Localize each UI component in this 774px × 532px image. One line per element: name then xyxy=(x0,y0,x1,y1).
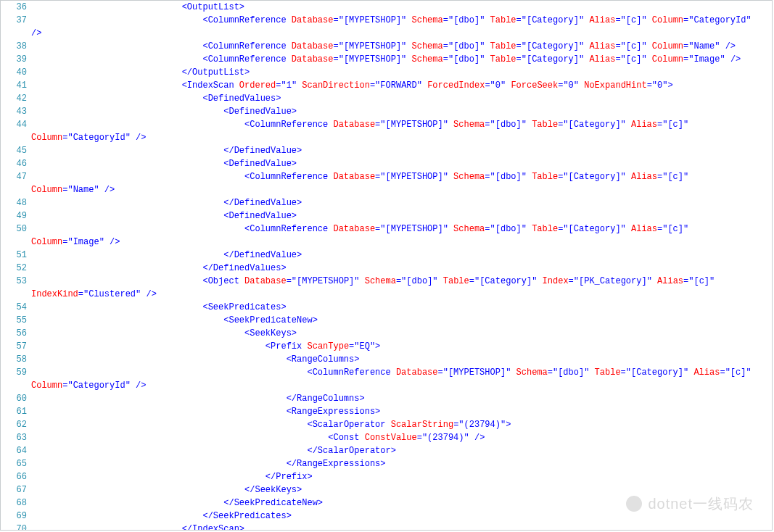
code-token: </SeekKeys> xyxy=(244,485,302,495)
code-token: Image xyxy=(693,54,720,65)
code-token: <Prefix xyxy=(265,341,302,352)
line-number-empty xyxy=(1,131,31,144)
code-line[interactable]: 69 </SeekPredicates> xyxy=(1,510,772,523)
code-line[interactable]: 36 <OutputList> xyxy=(1,1,772,14)
code-line[interactable]: 45 </DefinedValue> xyxy=(1,144,772,157)
code-token: =" xyxy=(62,133,73,143)
code-line-wrap[interactable]: Column="CategoryId" /> xyxy=(1,131,772,144)
code-token: /> xyxy=(136,381,146,391)
code-line[interactable]: 67 </SeekKeys> xyxy=(1,483,772,496)
code-line-wrap[interactable]: /> xyxy=(1,27,772,40)
code-line[interactable]: 40 </OutputList> xyxy=(1,66,772,79)
code-content: </DefinedValue> xyxy=(31,249,302,262)
code-token: =" xyxy=(558,172,568,182)
code-line[interactable]: 49 <DefinedValue> xyxy=(1,209,772,223)
code-line[interactable]: 58 <RangeColumns> xyxy=(1,353,772,366)
code-token: =" xyxy=(443,54,453,65)
code-line[interactable]: 55 <SeekPredicateNew> xyxy=(1,314,772,327)
code-token: =" xyxy=(443,15,453,25)
code-token: Table xyxy=(532,224,558,234)
code-token: <RangeColumns> xyxy=(287,354,360,365)
code-line-wrap[interactable]: Column="Name" /> xyxy=(1,183,772,196)
code-line[interactable]: 64 </ScalarOperator> xyxy=(1,444,772,457)
code-line[interactable]: 43 <DefinedValue> xyxy=(1,105,772,118)
code-content: <ColumnReference Database="[MYPETSHOP]" … xyxy=(31,223,688,236)
code-line[interactable]: 42 <DefinedValues> xyxy=(1,92,772,105)
code-token: <DefinedValue> xyxy=(223,107,297,117)
code-line[interactable]: 52 </DefinedValues> xyxy=(1,262,772,275)
code-content: <ColumnReference Database="[MYPETSHOP]" … xyxy=(31,366,752,379)
code-line[interactable]: 41 <IndexScan Ordered="1" ScanDirection=… xyxy=(1,79,772,92)
code-token: Clustered xyxy=(88,289,136,299)
code-token: [MYPETSHOP] xyxy=(344,15,401,25)
code-line[interactable]: 51 </DefinedValue> xyxy=(1,249,772,262)
code-token: </ScalarOperator> xyxy=(307,446,395,456)
code-token: " xyxy=(417,80,422,91)
line-number: 50 xyxy=(1,223,31,236)
code-line[interactable]: 53 <Object Database="[MYPETSHOP]" Schema… xyxy=(1,275,772,288)
code-token: <ColumnReference xyxy=(307,367,390,378)
code-line[interactable]: 54 <SeekPredicates> xyxy=(1,301,772,314)
code-line[interactable]: 66 </Prefix> xyxy=(1,470,772,483)
code-line[interactable]: 37 <ColumnReference Database="[MYPETSHOP… xyxy=(1,14,772,27)
code-line[interactable]: 38 <ColumnReference Database="[MYPETSHOP… xyxy=(1,40,772,53)
line-number: 61 xyxy=(1,405,31,418)
code-token: Alias xyxy=(631,172,657,182)
line-number: 69 xyxy=(1,510,31,523)
code-token: " xyxy=(621,224,626,234)
code-token: [PK_Category] xyxy=(579,276,647,286)
code-token: ScanType xyxy=(307,341,349,352)
line-number: 54 xyxy=(1,301,31,314)
line-number: 43 xyxy=(1,105,31,118)
code-line[interactable]: 48 </DefinedValue> xyxy=(1,196,772,209)
code-line[interactable]: 59 <ColumnReference Database="[MYPETSHOP… xyxy=(1,366,772,379)
code-content: <RangeExpressions> xyxy=(31,405,380,418)
code-line[interactable]: 39 <ColumnReference Database="[MYPETSHOP… xyxy=(1,53,772,66)
code-token xyxy=(287,54,292,65)
code-token: [MYPETSHOP] xyxy=(297,276,354,286)
code-token: =" xyxy=(683,276,693,286)
code-token: <ColumnReference xyxy=(202,54,286,65)
code-token: Column xyxy=(31,133,62,143)
code-token: Database xyxy=(292,41,334,51)
line-number-empty xyxy=(1,27,31,40)
code-token xyxy=(626,224,631,234)
code-line[interactable]: 65 </RangeExpressions> xyxy=(1,457,772,470)
code-token: <Object xyxy=(202,276,239,286)
code-token: Column xyxy=(31,381,62,391)
code-token: =" xyxy=(516,54,527,65)
code-editor[interactable]: 36 <OutputList>37 <ColumnReference Datab… xyxy=(0,0,773,531)
code-line[interactable]: 46 <DefinedValue> xyxy=(1,157,772,170)
code-token xyxy=(234,80,239,91)
code-token xyxy=(537,276,542,286)
code-line[interactable]: 68 </SeekPredicateNew> xyxy=(1,496,772,510)
code-token xyxy=(239,276,244,286)
code-line[interactable]: 50 <ColumnReference Database="[MYPETSHOP… xyxy=(1,223,772,236)
code-line[interactable]: 63 <Const ConstValue="(23794)" /> xyxy=(1,431,772,444)
code-line[interactable]: 56 <SeekKeys> xyxy=(1,327,772,340)
code-token: FORWARD xyxy=(380,80,416,91)
code-line[interactable]: 61 <RangeExpressions> xyxy=(1,405,772,418)
code-line[interactable]: 62 <ScalarOperator ScalarString="(23794)… xyxy=(1,418,772,431)
code-line[interactable]: 47 <ColumnReference Database="[MYPETSHOP… xyxy=(1,170,772,183)
code-token: ForcedIndex xyxy=(427,80,485,91)
code-line[interactable]: 57 <Prefix ScanType="EQ"> xyxy=(1,340,772,353)
code-content: Column="Image" /> xyxy=(31,236,120,249)
code-token: [c] xyxy=(626,41,642,51)
line-number: 38 xyxy=(1,40,31,53)
code-line-wrap[interactable]: Column="CategoryId" /> xyxy=(1,379,772,392)
code-line[interactable]: 44 <ColumnReference Database="[MYPETSHOP… xyxy=(1,118,772,131)
code-token: Column xyxy=(652,15,683,25)
code-token xyxy=(485,41,490,51)
code-line-wrap[interactable]: IndexKind="Clustered" /> xyxy=(1,288,772,301)
code-token: [MYPETSHOP] xyxy=(385,224,442,234)
code-token: =" xyxy=(558,80,568,91)
code-line[interactable]: 60 </RangeColumns> xyxy=(1,392,772,405)
code-token: =" xyxy=(287,276,297,286)
code-token: " xyxy=(522,172,527,182)
code-line-wrap[interactable]: Column="Image" /> xyxy=(1,236,772,249)
code-line[interactable]: 70 </IndexScan> xyxy=(1,523,772,531)
code-content: <IndexScan Ordered="1" ScanDirection="FO… xyxy=(31,79,673,92)
code-content: </DefinedValue> xyxy=(31,144,302,157)
code-token: Database xyxy=(292,15,334,25)
